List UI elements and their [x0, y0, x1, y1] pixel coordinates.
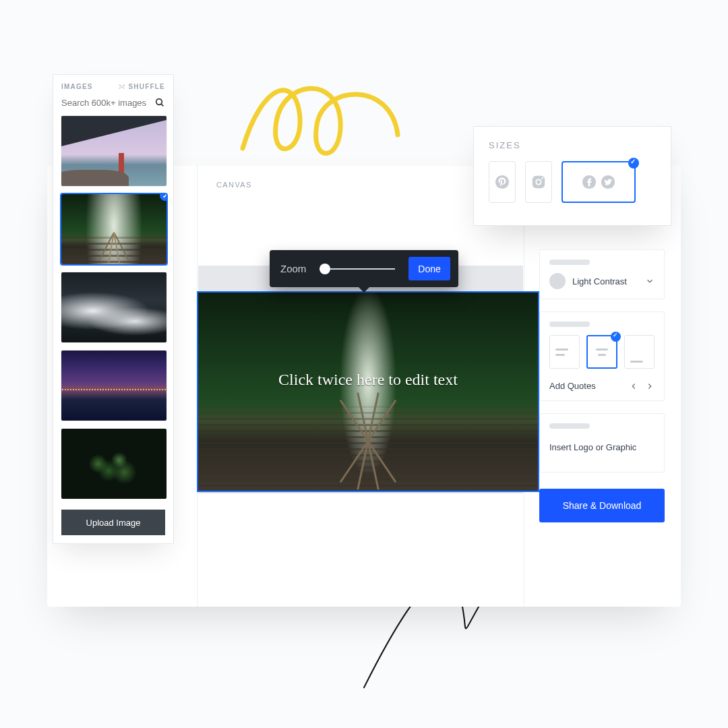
canvas-text-placeholder[interactable]: Click twice here to edit text [198, 371, 538, 389]
sizes-popup: SIZES [473, 126, 671, 226]
image-thumb-fog-mountains[interactable] [61, 272, 166, 342]
upload-image-button[interactable]: Upload Image [61, 510, 165, 535]
zoom-done-button[interactable]: Done [408, 257, 450, 280]
section-label-placeholder [549, 322, 590, 327]
instagram-icon [531, 175, 546, 189]
right-panel: Light Contrast Add Quotes Insert Logo or… [539, 249, 665, 522]
zoom-toolbar: Zoom Done [270, 250, 458, 287]
image-thumb-city-sunset[interactable] [61, 351, 166, 421]
zoom-slider-knob[interactable] [320, 264, 330, 274]
quotes-prev-button[interactable] [629, 382, 638, 391]
align-tile-bottom[interactable] [624, 335, 655, 369]
alignment-quotes-card: Add Quotes [539, 311, 665, 401]
images-panel-title: IMAGES [61, 83, 93, 90]
twitter-icon [601, 175, 615, 189]
search-icon[interactable] [154, 97, 165, 108]
zoom-label: Zoom [280, 263, 306, 274]
selected-check-icon [611, 332, 621, 342]
canvas-header-label: CANVAS [216, 181, 252, 189]
svg-point-0 [156, 99, 162, 105]
canvas-area: CANVAS R Click twice here to edit text [197, 166, 524, 607]
chevron-down-icon [645, 276, 655, 286]
svg-point-3 [495, 175, 509, 189]
insert-card-section: Insert Logo or Graphic [539, 413, 665, 473]
canvas-selected-image[interactable] [198, 293, 538, 491]
shuffle-button[interactable]: SHUFFLE [118, 83, 165, 90]
insert-logo-button[interactable]: Insert Logo or Graphic [549, 429, 655, 465]
decorative-yellow-scribble [236, 54, 411, 169]
selected-check-icon [628, 158, 639, 169]
size-tile-facebook-twitter[interactable] [562, 161, 636, 203]
image-thumb-bridge[interactable] [61, 116, 166, 186]
facebook-icon [582, 175, 597, 189]
align-tile-center[interactable] [586, 335, 617, 369]
size-tile-instagram[interactable] [525, 161, 552, 203]
zoom-slider[interactable] [320, 268, 395, 270]
selected-check-icon [160, 194, 166, 201]
search-input[interactable] [61, 98, 149, 108]
add-quotes-label: Add Quotes [549, 381, 622, 391]
share-download-button[interactable]: Share & Download [539, 489, 665, 522]
svg-point-7 [541, 177, 543, 179]
section-label-placeholder [549, 423, 590, 429]
quotes-next-button[interactable] [645, 382, 655, 391]
contrast-label: Light Contrast [572, 276, 638, 286]
size-tile-pinterest[interactable] [489, 161, 516, 203]
shuffle-icon [118, 83, 125, 90]
images-panel: IMAGES SHUFFLE Upload Image [53, 74, 174, 544]
canvas-slide[interactable]: Click twice here to edit text [198, 266, 523, 493]
contrast-dropdown[interactable]: Light Contrast [549, 273, 655, 289]
pinterest-icon [495, 175, 510, 189]
contrast-swatch [549, 273, 566, 289]
svg-point-6 [537, 180, 541, 184]
contrast-card: Light Contrast [539, 249, 665, 299]
align-tile-top-left[interactable] [549, 335, 580, 369]
section-label-placeholder [549, 260, 590, 265]
image-thumb-green-leaves[interactable] [61, 429, 166, 499]
image-thumb-railway[interactable] [61, 194, 166, 264]
sizes-title: SIZES [489, 140, 656, 150]
